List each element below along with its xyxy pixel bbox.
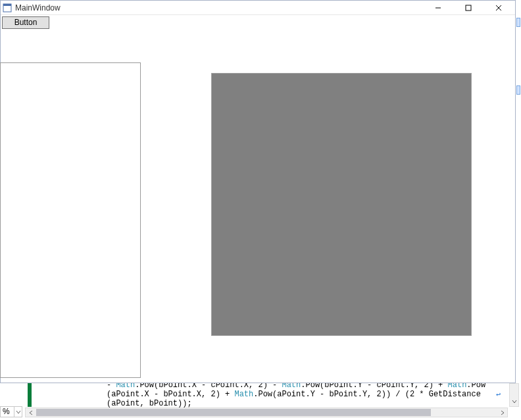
code-change-gutter [28, 381, 32, 407]
word-wrap-glyph-icon: ↩ [496, 390, 501, 399]
arrow-down-icon [512, 399, 517, 404]
main-window: MainWindow Button [0, 0, 516, 383]
grey-canvas [211, 73, 472, 336]
vertical-scrollbar[interactable] [509, 383, 519, 407]
left-panel [0, 62, 141, 378]
scrollbar-thumb[interactable] [36, 409, 431, 416]
background-panel-fragment [516, 85, 520, 95]
zoom-dropdown-button[interactable] [14, 406, 22, 417]
scroll-right-button[interactable] [497, 408, 507, 417]
maximize-icon [465, 5, 472, 11]
scroll-down-button[interactable] [510, 396, 518, 406]
minimize-button[interactable] [423, 1, 453, 15]
app-icon [2, 3, 12, 13]
window-client-area: Button [1, 15, 515, 383]
close-icon [495, 5, 502, 11]
minimize-icon [435, 5, 441, 11]
zoom-level-input[interactable]: % [0, 406, 14, 417]
code-text: (aPoint, bPoint)); [107, 399, 192, 408]
maximize-button[interactable] [453, 1, 484, 15]
window-controls [423, 1, 514, 15]
close-button[interactable] [484, 1, 514, 15]
arrow-left-icon [28, 410, 34, 415]
background-panel-fragment [516, 18, 520, 27]
main-button[interactable]: Button [2, 16, 49, 29]
chevron-down-icon [16, 409, 21, 415]
code-text: .Pow(aPoint.Y - bPoint.Y, 2)) / (2 * Get… [253, 390, 481, 399]
horizontal-scrollbar[interactable] [25, 408, 508, 417]
window-title: MainWindow [15, 3, 423, 12]
code-text: (aPoint.X - bPoint.X, 2) + [107, 390, 234, 399]
titlebar[interactable]: MainWindow [1, 1, 515, 15]
svg-rect-3 [466, 5, 471, 11]
arrow-right-icon [500, 410, 505, 415]
code-lines: - Math.Pow(bPoint.X - cPoint.X, 2) - Mat… [107, 381, 495, 408]
scroll-left-button[interactable] [26, 408, 36, 417]
code-type-token: Math [234, 390, 253, 399]
svg-rect-1 [3, 4, 11, 6]
